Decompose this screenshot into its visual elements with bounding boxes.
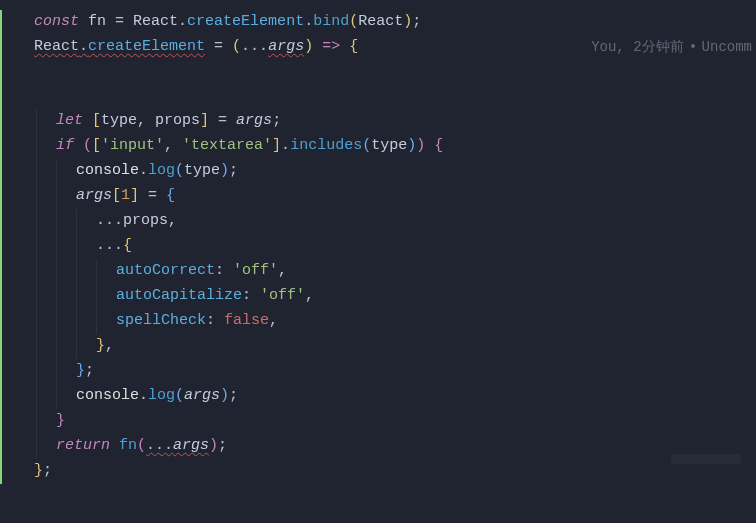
code-line[interactable]: React.createElement = (...args) => { You… <box>16 35 756 109</box>
git-blame-annotation: You, 2分钟前Uncomm <box>591 35 756 60</box>
code-line[interactable]: } <box>16 409 756 434</box>
code-line[interactable]: ...{ <box>16 234 756 259</box>
code-line[interactable]: if (['input', 'textarea'].includes(type)… <box>16 134 756 159</box>
code-line[interactable]: }, <box>16 334 756 359</box>
code-line[interactable]: return fn(...args); <box>16 434 756 459</box>
code-line[interactable]: args[1] = { <box>16 184 756 209</box>
code-line[interactable]: autoCorrect: 'off', <box>16 259 756 284</box>
code-line[interactable]: const fn = React.createElement.bind(Reac… <box>16 10 756 35</box>
minimap-highlight <box>671 454 741 464</box>
code-line[interactable]: ...props, <box>16 209 756 234</box>
keyword-const: const <box>34 13 79 30</box>
separator-dot-icon <box>691 44 695 48</box>
code-line[interactable]: }; <box>16 359 756 384</box>
code-line[interactable]: }; <box>16 459 756 484</box>
code-line[interactable]: console.log(args); <box>16 384 756 409</box>
var-fn: fn <box>88 13 106 30</box>
code-line[interactable]: let [type, props] = args; <box>16 109 756 134</box>
code-line[interactable]: autoCapitalize: 'off', <box>16 284 756 309</box>
code-line[interactable]: console.log(type); <box>16 159 756 184</box>
code-line[interactable]: spellCheck: false, <box>16 309 756 334</box>
code-editor[interactable]: const fn = React.createElement.bind(Reac… <box>0 10 756 484</box>
